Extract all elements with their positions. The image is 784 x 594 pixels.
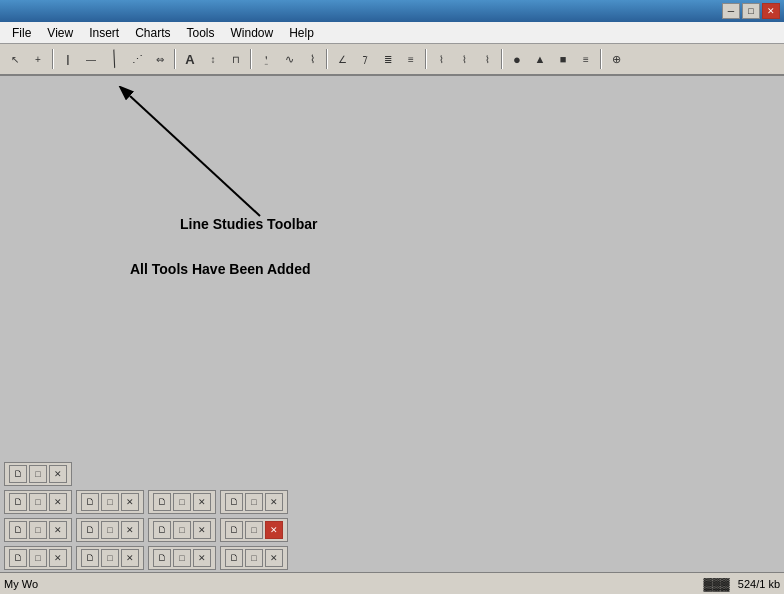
tab-r2-2-restore[interactable]: 🗋 xyxy=(81,493,99,511)
ray-btn[interactable]: ⋰ xyxy=(126,47,148,71)
cursor-tool-btn[interactable]: ↖ xyxy=(4,47,26,71)
toolbar-separator-6 xyxy=(501,49,503,69)
toolbar-separator-7 xyxy=(600,49,602,69)
tab-group-r3-3: 🗋 □ ✕ xyxy=(148,518,216,542)
tab-group-r1-1: 🗋 □ ✕ xyxy=(4,462,72,486)
horizontal-line-btn[interactable]: — xyxy=(80,47,102,71)
status-bar: My Wo ▓▓▓ 524/1 kb xyxy=(0,572,784,594)
tab-group-r2-3: 🗋 □ ✕ xyxy=(148,490,216,514)
tab-r3-2-restore[interactable]: 🗋 xyxy=(81,521,99,539)
tab-group-r3-4: 🗋 □ ✕ xyxy=(220,518,288,542)
menu-bar: File View Insert Charts Tools Window Hel… xyxy=(0,22,784,44)
tab-r3-4-restore[interactable]: 🗋 xyxy=(225,521,243,539)
tab-group-r4-3: 🗋 □ ✕ xyxy=(148,546,216,570)
tab-r3-2-close[interactable]: ✕ xyxy=(121,521,139,539)
tab-r3-1-restore[interactable]: 🗋 xyxy=(9,521,27,539)
tab-r2-1-min[interactable]: □ xyxy=(29,493,47,511)
tab-r2-3-min[interactable]: □ xyxy=(173,493,191,511)
more-btn[interactable]: ⊕ xyxy=(605,47,627,71)
tab-r4-4-min[interactable]: □ xyxy=(245,549,263,567)
tab-r3-3-min[interactable]: □ xyxy=(173,521,191,539)
tab-r3-3-close[interactable]: ✕ xyxy=(193,521,211,539)
all-tools-label: All Tools Have Been Added xyxy=(130,261,310,277)
line-studies-toolbar: ↖ + | — ╱ ⋰ ⇔ A ↕ ⊓ ⍘ ∿ ⌇ ∠ /̄ ≣ ≡ ⌇ ⌇ ⌇… xyxy=(0,44,784,76)
arrow-marker-btn[interactable]: ⊓ xyxy=(225,47,247,71)
tab-r2-4-min[interactable]: □ xyxy=(245,493,263,511)
tab-r2-3-restore[interactable]: 🗋 xyxy=(153,493,171,511)
status-info-text: 524/1 kb xyxy=(738,578,780,590)
tab-row-2: 🗋 □ ✕ 🗋 □ ✕ 🗋 □ ✕ 🗋 □ ✕ xyxy=(0,488,784,516)
toolbar-separator-3 xyxy=(250,49,252,69)
tab-r2-2-close[interactable]: ✕ xyxy=(121,493,139,511)
fib-fan-btn[interactable]: ⌇ xyxy=(430,47,452,71)
tab-r2-4-restore[interactable]: 🗋 xyxy=(225,493,243,511)
tab-row-1: 🗋 □ ✕ xyxy=(0,460,784,488)
tab-r4-2-restore[interactable]: 🗋 xyxy=(81,549,99,567)
gann-line-btn[interactable]: /̄ xyxy=(354,47,376,71)
tab-group-r2-2: 🗋 □ ✕ xyxy=(76,490,144,514)
tab-r4-2-close[interactable]: ✕ xyxy=(121,549,139,567)
bottom-tab-panel: 🗋 □ ✕ 🗋 □ ✕ 🗋 □ ✕ 🗋 □ ✕ 🗋 xyxy=(0,456,784,572)
menu-file[interactable]: File xyxy=(4,24,39,42)
title-bar-controls: ─ □ ✕ xyxy=(722,3,780,19)
minimize-button[interactable]: ─ xyxy=(722,3,740,19)
tab-row-3: 🗋 □ ✕ 🗋 □ ✕ 🗋 □ ✕ 🗋 □ ✕ xyxy=(0,516,784,544)
tab-r3-4-min[interactable]: □ xyxy=(245,521,263,539)
vertical-line-btn[interactable]: | xyxy=(57,47,79,71)
close-button[interactable]: ✕ xyxy=(762,3,780,19)
tab-r2-2-min[interactable]: □ xyxy=(101,493,119,511)
channel-btn[interactable]: ≡ xyxy=(575,47,597,71)
fib-arc-btn[interactable]: ⌇ xyxy=(453,47,475,71)
tab-r2-4-close[interactable]: ✕ xyxy=(265,493,283,511)
tab-r4-3-restore[interactable]: 🗋 xyxy=(153,549,171,567)
tab-r3-1-close[interactable]: ✕ xyxy=(49,521,67,539)
rectangle-btn[interactable]: ■ xyxy=(552,47,574,71)
tab-r2-1-restore[interactable]: 🗋 xyxy=(9,493,27,511)
tab-r4-1-close[interactable]: ✕ xyxy=(49,549,67,567)
text-btn[interactable]: A xyxy=(179,47,201,71)
tab-r1-restore-btn[interactable]: 🗋 xyxy=(9,465,27,483)
trend-line-btn[interactable]: ╱ xyxy=(98,44,129,75)
fib-ret-btn[interactable]: ≣ xyxy=(377,47,399,71)
tab-r4-4-close[interactable]: ✕ xyxy=(265,549,283,567)
tab-r3-3-restore[interactable]: 🗋 xyxy=(153,521,171,539)
ellipse-btn[interactable]: ● xyxy=(506,47,528,71)
price-label-btn[interactable]: ↕ xyxy=(202,47,224,71)
ext-line-btn[interactable]: ⇔ xyxy=(149,47,171,71)
tab-r3-1-min[interactable]: □ xyxy=(29,521,47,539)
tab-r4-3-close[interactable]: ✕ xyxy=(193,549,211,567)
pitchfork-btn[interactable]: ⍘ xyxy=(255,47,277,71)
triangle-btn[interactable]: ▲ xyxy=(529,47,551,71)
tab-r4-2-min[interactable]: □ xyxy=(101,549,119,567)
tab-r4-3-min[interactable]: □ xyxy=(173,549,191,567)
fan-btn[interactable]: ⌇ xyxy=(301,47,323,71)
toolbar-arrow xyxy=(60,86,320,236)
tab-r4-4-restore[interactable]: 🗋 xyxy=(225,549,243,567)
tab-group-r3-2: 🗋 □ ✕ xyxy=(76,518,144,542)
menu-window[interactable]: Window xyxy=(223,24,282,42)
tab-group-r4-1: 🗋 □ ✕ xyxy=(4,546,72,570)
line-studies-label: Line Studies Toolbar xyxy=(180,216,317,232)
status-left-text: My Wo xyxy=(4,578,704,590)
menu-tools[interactable]: Tools xyxy=(179,24,223,42)
tab-r1-min-btn[interactable]: □ xyxy=(29,465,47,483)
fib-chan-btn[interactable]: ⌇ xyxy=(476,47,498,71)
menu-help[interactable]: Help xyxy=(281,24,322,42)
tab-r3-2-min[interactable]: □ xyxy=(101,521,119,539)
menu-charts[interactable]: Charts xyxy=(127,24,178,42)
tab-r4-1-restore[interactable]: 🗋 xyxy=(9,549,27,567)
maximize-button[interactable]: □ xyxy=(742,3,760,19)
toolbar-separator-5 xyxy=(425,49,427,69)
tab-r2-1-close[interactable]: ✕ xyxy=(49,493,67,511)
tab-r1-close-btn[interactable]: ✕ xyxy=(49,465,67,483)
fib-ext-btn[interactable]: ≡ xyxy=(400,47,422,71)
tab-r4-1-min[interactable]: □ xyxy=(29,549,47,567)
crosshair-tool-btn[interactable]: + xyxy=(27,47,49,71)
tab-r2-3-close[interactable]: ✕ xyxy=(193,493,211,511)
menu-view[interactable]: View xyxy=(39,24,81,42)
wave-btn[interactable]: ∿ xyxy=(278,47,300,71)
menu-insert[interactable]: Insert xyxy=(81,24,127,42)
tab-r3-4-close-active[interactable]: ✕ xyxy=(265,521,283,539)
gann-fan-btn[interactable]: ∠ xyxy=(331,47,353,71)
main-content-area: Line Studies Toolbar All Tools Have Been… xyxy=(0,76,784,572)
